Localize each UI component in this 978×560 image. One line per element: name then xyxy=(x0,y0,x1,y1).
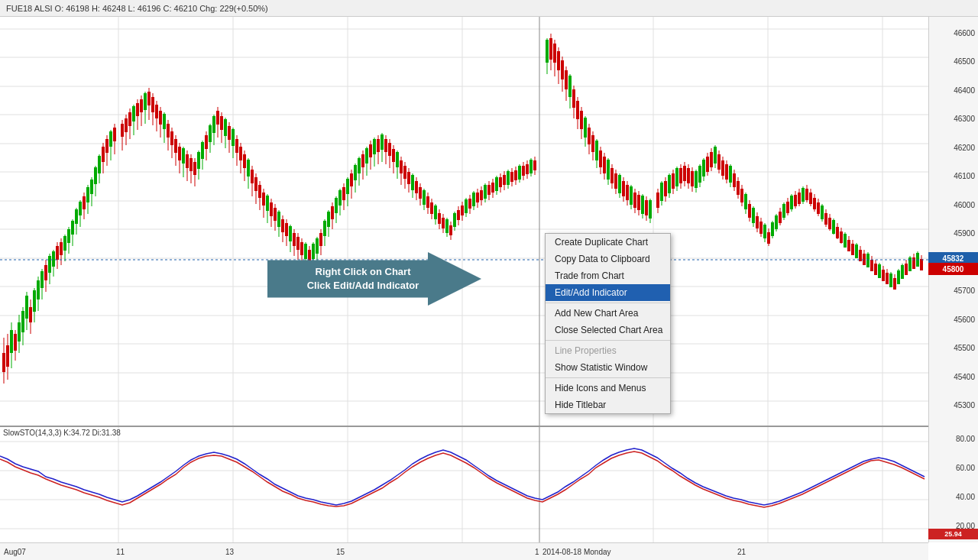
svg-rect-185 xyxy=(316,238,319,254)
svg-rect-245 xyxy=(430,202,433,214)
svg-rect-305 xyxy=(553,44,556,63)
svg-rect-447 xyxy=(828,218,831,229)
svg-rect-351 xyxy=(641,196,644,214)
svg-rect-111 xyxy=(174,139,177,153)
svg-rect-357 xyxy=(656,193,659,208)
svg-rect-101 xyxy=(155,105,158,118)
svg-rect-73 xyxy=(98,156,101,173)
main-chart[interactable] xyxy=(0,17,928,426)
svg-rect-61 xyxy=(75,209,78,224)
svg-rect-355 xyxy=(649,200,652,218)
svg-rect-385 xyxy=(710,152,713,167)
svg-rect-89 xyxy=(132,106,135,121)
menu-hide-titlebar[interactable]: Hide Titlebar xyxy=(546,397,670,413)
svg-rect-95 xyxy=(144,93,147,110)
svg-rect-339 xyxy=(618,175,621,193)
svg-rect-317 xyxy=(576,101,579,119)
svg-rect-175 xyxy=(296,237,300,250)
svg-rect-123 xyxy=(197,152,200,169)
svg-rect-375 xyxy=(691,171,694,186)
svg-rect-331 xyxy=(603,157,606,173)
svg-rect-225 xyxy=(392,149,395,162)
svg-rect-365 xyxy=(672,173,675,189)
svg-rect-495 xyxy=(920,259,923,270)
svg-rect-299 xyxy=(533,160,536,170)
menu-copy-data[interactable]: Copy Data to Clipboard xyxy=(546,251,670,267)
svg-rect-119 xyxy=(189,158,193,171)
menu-edit-add-indicator[interactable]: Edit/Add Indicator xyxy=(546,284,670,301)
menu-trade-from-chart[interactable]: Trade from Chart xyxy=(546,267,670,284)
svg-rect-311 xyxy=(565,70,568,89)
svg-rect-199 xyxy=(342,187,345,200)
menu-add-new-chart-area[interactable]: Add New Chart Area xyxy=(546,305,670,322)
svg-rect-39 xyxy=(33,290,36,312)
annotation-text: Right Click on Chart Click Edit/Add Indi… xyxy=(307,265,419,293)
svg-rect-153 xyxy=(254,177,257,191)
price-46300: 46300 xyxy=(954,115,975,123)
svg-rect-243 xyxy=(426,196,429,208)
svg-rect-189 xyxy=(323,221,326,236)
svg-rect-137 xyxy=(224,119,227,136)
svg-rect-327 xyxy=(595,141,598,160)
svg-rect-223 xyxy=(388,143,391,156)
price-45300: 45300 xyxy=(954,401,975,409)
oscillator-area: SlowSTO(14,3,3) K:34.72 Di:31.38 xyxy=(0,426,928,542)
arrow-annotation: Right Click on Chart Click Edit/Add Indi… xyxy=(267,252,481,306)
menu-create-duplicate[interactable]: Create Duplicate Chart xyxy=(546,234,670,251)
svg-rect-65 xyxy=(83,196,86,209)
oscillator-title: SlowSTO(14,3,3) K:34.72 Di:31.38 xyxy=(3,429,121,437)
svg-rect-381 xyxy=(702,160,705,176)
menu-show-statistic-window[interactable]: Show Statistic Window xyxy=(546,359,670,376)
svg-rect-335 xyxy=(610,168,614,183)
svg-rect-353 xyxy=(645,200,648,215)
price-axis: 46600 46500 46400 46300 46200 46100 4600… xyxy=(928,17,978,426)
context-menu: Create Duplicate Chart Copy Data to Clip… xyxy=(545,233,671,414)
svg-rect-455 xyxy=(844,234,847,248)
svg-rect-35 xyxy=(25,296,28,319)
svg-rect-361 xyxy=(664,181,667,196)
svg-rect-195 xyxy=(335,198,338,213)
svg-rect-461 xyxy=(855,244,858,258)
svg-rect-117 xyxy=(186,154,189,168)
svg-rect-277 xyxy=(491,183,494,193)
svg-rect-139 xyxy=(228,126,231,140)
svg-rect-163 xyxy=(274,208,277,221)
svg-rect-467 xyxy=(866,254,870,267)
title-text: FUE18 ALSI O: 46198 H: 46248 L: 46196 C:… xyxy=(6,4,268,13)
svg-rect-347 xyxy=(633,193,636,208)
svg-rect-281 xyxy=(499,177,502,187)
menu-divider-2 xyxy=(546,340,670,341)
svg-rect-253 xyxy=(445,219,449,233)
svg-rect-255 xyxy=(449,225,452,235)
svg-rect-231 xyxy=(403,166,406,179)
date-21: 21 xyxy=(737,548,746,556)
svg-rect-477 xyxy=(886,273,889,284)
candlestick-chart xyxy=(0,17,928,426)
svg-rect-301 xyxy=(546,40,549,63)
svg-rect-77 xyxy=(105,139,108,153)
svg-rect-29 xyxy=(14,334,17,351)
svg-rect-229 xyxy=(400,160,403,173)
menu-close-selected-chart-area[interactable]: Close Selected Chart Area xyxy=(546,322,670,338)
menu-line-properties: Line Properties xyxy=(546,342,670,359)
price-46600: 46600 xyxy=(954,29,975,37)
svg-rect-379 xyxy=(698,166,701,183)
svg-rect-479 xyxy=(889,274,892,287)
svg-rect-99 xyxy=(151,97,154,112)
svg-rect-421 xyxy=(779,212,782,223)
svg-rect-451 xyxy=(836,227,839,238)
svg-rect-439 xyxy=(813,198,816,209)
svg-rect-161 xyxy=(270,202,273,216)
svg-rect-429 xyxy=(794,195,797,206)
svg-rect-71 xyxy=(94,167,97,184)
menu-hide-icons-menus[interactable]: Hide Icons and Menus xyxy=(546,380,670,397)
svg-rect-171 xyxy=(289,226,292,241)
chart-container: FUE18 ALSI O: 46198 H: 46248 L: 46196 C:… xyxy=(0,0,978,560)
svg-rect-57 xyxy=(67,229,70,243)
svg-rect-105 xyxy=(163,114,166,129)
svg-rect-91 xyxy=(136,103,139,116)
date-15: 15 xyxy=(336,548,345,556)
svg-rect-257 xyxy=(453,213,456,227)
svg-rect-103 xyxy=(159,111,162,125)
current-price-badge-red: 45800 xyxy=(928,263,978,275)
